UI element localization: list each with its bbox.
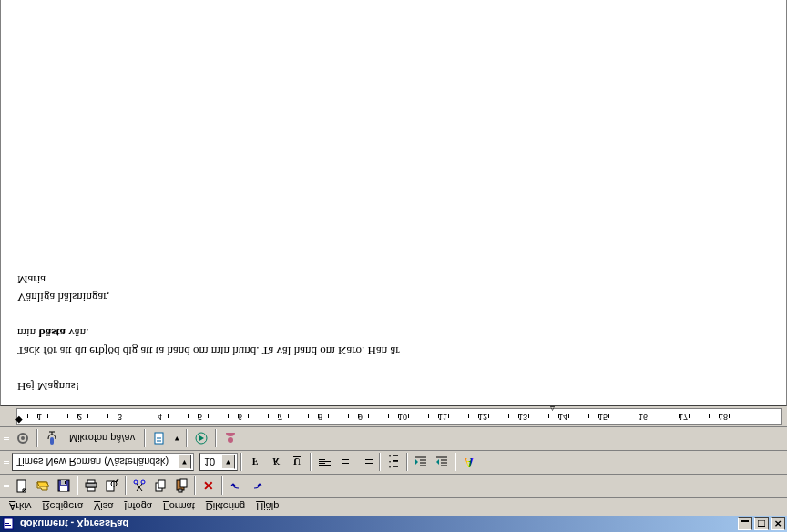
decrease-indent-button[interactable] — [411, 453, 431, 473]
ruler-tick — [508, 414, 509, 418]
ruler-tick — [438, 414, 439, 418]
ruler-tick — [709, 414, 710, 418]
increase-indent-button[interactable] — [432, 453, 452, 473]
ruler-number: 18 — [719, 410, 728, 421]
document-options-button[interactable] — [149, 429, 169, 449]
window-title: dokument - XpressPad — [20, 518, 738, 529]
separator — [77, 477, 78, 496]
toolbar-grip[interactable] — [4, 430, 9, 448]
align-left-button[interactable] — [314, 453, 334, 473]
open-button[interactable] — [33, 476, 53, 496]
toolbar-grip[interactable] — [4, 477, 9, 496]
ruler-tick — [388, 414, 389, 418]
ruler-tick — [669, 414, 669, 418]
svg-rect-26 — [180, 480, 187, 488]
ruler-tick — [248, 414, 249, 418]
font-size-combo[interactable]: 10 ▼ — [199, 454, 238, 472]
redo-button[interactable] — [247, 476, 267, 496]
ruler-tick — [598, 414, 599, 418]
ruler-tick — [398, 414, 399, 418]
doc-blank — [17, 307, 770, 323]
ruler-tick — [528, 414, 529, 418]
ruler-tick — [288, 414, 289, 418]
align-center-button[interactable] — [335, 453, 355, 473]
ruler-tick — [168, 414, 169, 418]
ruler-tick — [148, 414, 148, 418]
ruler-tick — [608, 414, 609, 418]
indent-marker-icon[interactable]: ◆ — [15, 415, 23, 425]
ruler-tick — [588, 414, 589, 418]
doc-line-greeting: Hej Magnus! — [17, 378, 770, 394]
ruler-tick — [368, 414, 369, 418]
microphone-icon[interactable] — [42, 429, 62, 449]
window-controls: ✕ — [738, 517, 785, 530]
ruler-tick — [518, 414, 519, 418]
minimize-button[interactable] — [738, 517, 752, 530]
menu-infoga[interactable]: Infoga — [118, 500, 158, 515]
underline-button[interactable]: U — [287, 453, 307, 473]
ruler-number: 15 — [598, 410, 608, 421]
ruler-tick — [328, 414, 329, 418]
ruler-tick — [308, 414, 309, 418]
voice-profile-button[interactable] — [220, 429, 240, 449]
undo-button[interactable] — [226, 476, 246, 496]
doc-bold-text: bästa — [38, 326, 66, 340]
mic-toggle-label[interactable]: Mikrofon på/av — [64, 434, 140, 445]
ruler-tick — [558, 414, 559, 418]
separator — [194, 477, 196, 496]
print-preview-button[interactable] — [102, 476, 122, 496]
document-area[interactable]: Hej Magnus! Tack för att du erbjöd dig a… — [0, 0, 787, 406]
svg-rect-11 — [65, 482, 66, 485]
toolbar-grip[interactable] — [4, 454, 9, 472]
close-button[interactable]: ✕ — [771, 517, 785, 530]
menu-format[interactable]: Format — [158, 500, 200, 515]
ruler-tick — [548, 414, 549, 418]
new-button[interactable] — [12, 476, 32, 496]
menu-arkiv[interactable]: Arkiv — [4, 500, 36, 515]
menu-bar: Arkiv Redigera Visa Infoga Format Dikter… — [0, 497, 787, 516]
ruler-tick — [188, 414, 189, 418]
separator — [240, 454, 242, 472]
ruler-row: ◆ ▵ 123456789101112131415161718 — [0, 406, 787, 426]
menu-visa[interactable]: Visa — [88, 500, 118, 515]
dictation-toolbar: Mikrofon på/av ▼ — [0, 426, 787, 450]
separator — [215, 430, 217, 448]
bold-button[interactable]: F — [245, 453, 265, 473]
font-combo[interactable]: Times New Roman (Västerländsk) ▼ — [12, 454, 194, 472]
dropdown-arrow-icon[interactable]: ▼ — [221, 455, 235, 470]
italic-button[interactable]: K — [266, 453, 286, 473]
svg-rect-2 — [5, 525, 11, 526]
ruler-tick — [568, 414, 569, 418]
svg-rect-14 — [87, 481, 95, 484]
print-button[interactable] — [81, 476, 101, 496]
separator — [379, 454, 381, 472]
save-button[interactable] — [54, 476, 74, 496]
separator — [36, 430, 38, 448]
menu-diktering[interactable]: Diktering — [200, 500, 250, 515]
ruler-tick — [649, 414, 649, 418]
ruler-tick — [77, 414, 78, 418]
ruler[interactable]: ◆ ▵ 123456789101112131415161718 — [16, 408, 782, 425]
cut-button[interactable] — [129, 476, 149, 496]
svg-line-17 — [116, 480, 118, 483]
menu-redigera[interactable]: Redigera — [36, 500, 88, 515]
dropdown-arrow-icon[interactable]: ▼ — [171, 429, 182, 449]
ruler-tick — [679, 414, 680, 418]
maximize-button[interactable] — [754, 517, 769, 530]
separator — [455, 454, 456, 472]
svg-rect-1 — [5, 527, 11, 527]
paste-button[interactable] — [171, 476, 191, 496]
dictation-settings-button[interactable] — [13, 429, 33, 449]
dropdown-arrow-icon[interactable]: ▼ — [178, 455, 191, 470]
font-color-button[interactable]: A — [459, 453, 479, 473]
menu-hjalp[interactable]: Hjälp — [250, 500, 284, 515]
ruler-tick — [488, 414, 489, 418]
separator — [125, 477, 127, 496]
ruler-tick — [448, 414, 449, 418]
doc-line-closing: Vänliga hälsningar, — [17, 290, 770, 306]
playback-button[interactable] — [191, 429, 211, 449]
bullets-button[interactable]: • ▬• ▬• ▬ — [383, 453, 404, 473]
copy-button[interactable] — [150, 476, 170, 496]
delete-button[interactable]: ✕ — [199, 476, 219, 496]
align-right-button[interactable] — [356, 453, 376, 473]
